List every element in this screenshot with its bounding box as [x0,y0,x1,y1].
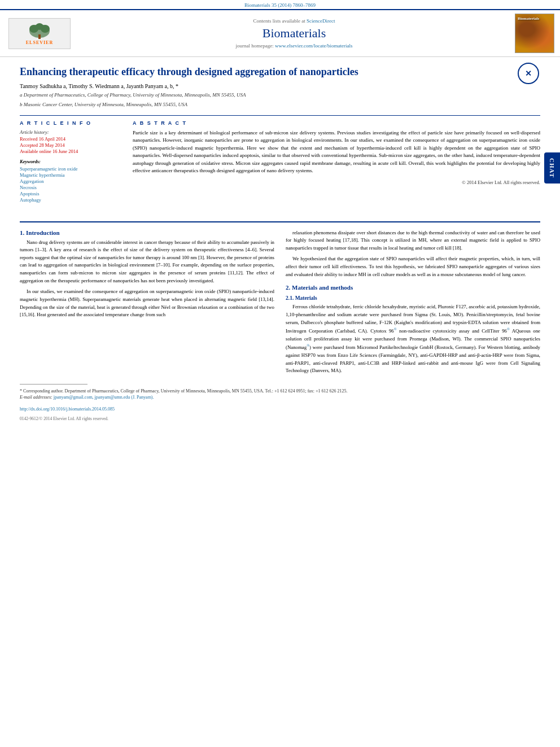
chat-button[interactable]: CHat [544,152,560,184]
journal-header: ELSEVIER Contents lists available at Sci… [0,9,560,57]
article-content: Enhancing therapeutic efficacy through d… [0,57,560,216]
affiliation-b: b Masonic Cancer Center, University of M… [20,101,540,108]
elsevier-text: ELSEVIER [26,40,53,45]
authors-line: Tanmoy Sadhukha a, Timothy S. Wiedmann a… [20,83,540,89]
available-date: Available online 16 June 2014 [20,148,121,154]
doi-link[interactable]: http://dx.doi.org/10.1016/j.biomaterials… [20,407,115,412]
intro-para-1: Nano drug delivery systems are of consid… [20,239,274,285]
abstract-label: A B S T R A C T [133,120,540,126]
col-left: 1. Introduction Nano drug delivery syste… [20,229,274,378]
keyword-3: Aggregation [20,178,121,184]
keyword-5: Apoptosis [20,191,121,196]
journal-reference: Biomaterials 35 (2014) 7860–7869 [0,0,560,9]
cover-label-text: Biomaterials [518,16,539,21]
keywords-label: Keywords: [20,159,121,164]
section2-heading: 2. Materials and methods [286,284,540,291]
info-abstract-row: A R T I C L E I N F O Article history: R… [20,115,540,207]
journal-title: Biomaterials [79,26,509,41]
intro-para-4: We hypothesized that the aggregation sta… [286,255,540,278]
accepted-date: Accepted 28 May 2014 [20,142,121,148]
section2-1-heading: 2.1. Materials [286,295,540,301]
affiliation-a: a Department of Pharmaceutics, College o… [20,91,540,99]
keyword-2: Magnetic hyperthermia [20,172,121,178]
crossmark-icon [518,63,539,84]
corresponding-author-note: * Corresponding author. Department of Ph… [20,388,540,395]
history-label: Article history: [20,129,121,135]
journal-homepage: journal homepage: www.elsevier.com/locat… [79,43,509,49]
section1-heading: 1. Introduction [20,229,274,236]
footer-doi[interactable]: http://dx.doi.org/10.1016/j.biomaterials… [0,404,560,415]
abstract-text: Particle size is a key determinant of bi… [133,129,540,175]
body-columns: 1. Introduction Nano drug delivery syste… [0,222,560,384]
sciencedirect-link-text[interactable]: ScienceDirect [307,18,335,24]
elsevier-tree-icon [23,22,56,40]
keywords-block: Keywords: Superparamagnetic iron oxide M… [20,159,121,203]
materials-para: Ferrous chloride tetrahydrate, ferric ch… [286,303,540,374]
abstract-section: A B S T R A C T Particle size is a key d… [133,120,540,207]
page-wrapper: Biomaterials 35 (2014) 7860–7869 ELSEVIE… [0,0,560,422]
history-block: Article history: Received 16 April 2014 … [20,129,121,154]
footer-copyright: 0142-9612/© 2014 Elsevier Ltd. All right… [0,415,560,422]
keyword-6: Autophagy [20,197,121,203]
journal-ref-text: Biomaterials 35 (2014) 7860–7869 [244,2,316,8]
svg-rect-4 [38,34,41,39]
crossmark-badge[interactable] [518,63,540,85]
intro-para-3: relaxation phenomena dissipate over shor… [286,229,540,252]
col-right: relaxation phenomena dissipate over shor… [286,229,540,378]
svg-point-3 [36,23,43,30]
cover-inner: Biomaterials [515,14,554,53]
keyword-4: Necrosis [20,185,121,190]
keyword-1: Superparamagnetic iron oxide [20,166,121,172]
article-title: Enhancing therapeutic efficacy through d… [20,65,540,78]
journal-cover-image: Biomaterials [515,14,554,53]
sciencedirect-link: Contents lists available at ScienceDirec… [79,18,509,24]
footnote-area: * Corresponding author. Department of Ph… [0,385,560,404]
article-info-section: A R T I C L E I N F O Article history: R… [20,120,121,207]
homepage-url[interactable]: www.elsevier.com/locate/biomaterials [275,43,352,49]
elsevier-logo: ELSEVIER [8,18,71,49]
article-info-label: A R T I C L E I N F O [20,120,121,126]
copyright-text: © 2014 Elsevier Ltd. All rights reserved… [133,180,540,185]
email-line: E-mail addresses: jpanyam@gmail.com, jpa… [20,394,540,401]
intro-para-2: In our studies, we examined the conseque… [20,288,274,319]
received-date: Received 16 April 2014 [20,136,121,142]
journal-center: Contents lists available at ScienceDirec… [79,18,509,49]
email-addresses: jpanyam@gmail.com, jpanyam@umn.edu (J. P… [54,395,154,400]
title-section: Enhancing therapeutic efficacy through d… [20,65,540,78]
publisher-logo-area: ELSEVIER [6,18,73,49]
